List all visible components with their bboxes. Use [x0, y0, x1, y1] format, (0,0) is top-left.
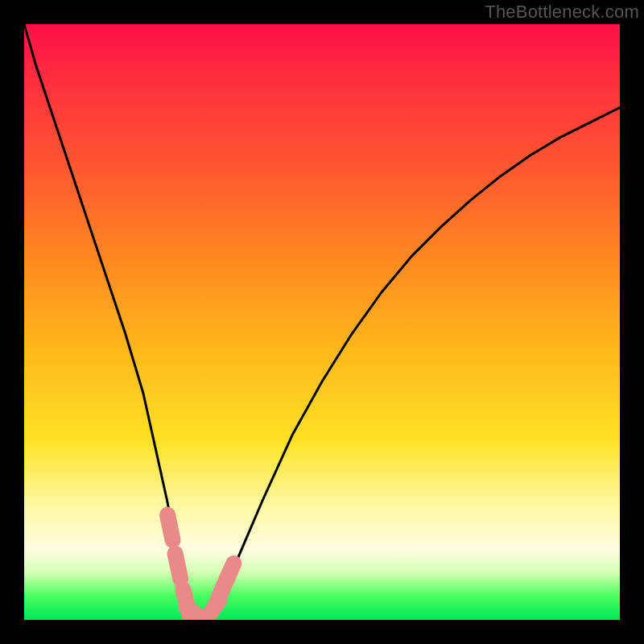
marker-mid-left — [175, 554, 181, 579]
chart-frame: TheBottleneck.com — [0, 0, 644, 644]
watermark-text: TheBottleneck.com — [485, 2, 639, 23]
marker-mid-right-b — [223, 564, 233, 587]
bottleneck-curve — [24, 24, 620, 617]
marker-layer — [167, 515, 233, 620]
marker-left — [167, 515, 172, 540]
plot-area — [24, 24, 620, 620]
curve-layer — [24, 24, 620, 620]
